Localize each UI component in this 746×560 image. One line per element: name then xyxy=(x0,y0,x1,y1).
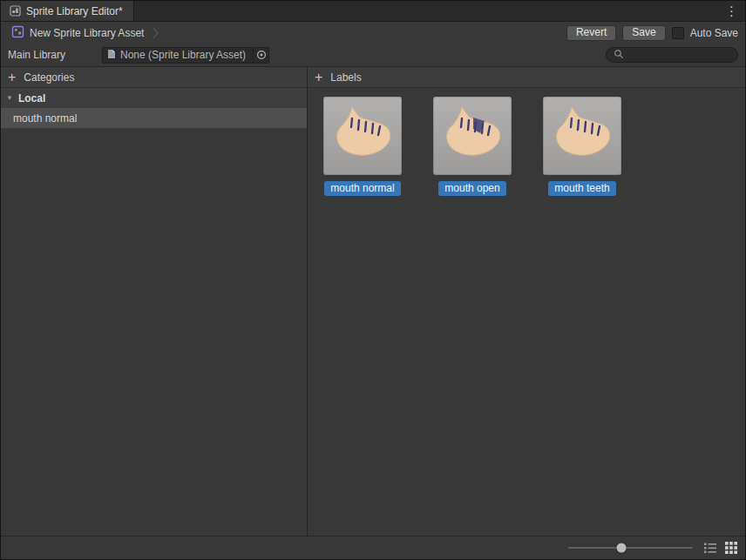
categories-header-label: Categories xyxy=(24,71,74,84)
tab-title: Sprite Library Editor* xyxy=(26,5,123,17)
label-card-mouth-normal: mouth normal xyxy=(323,97,402,196)
labels-header-label: Labels xyxy=(330,71,361,84)
sprite-library-editor-window: Sprite Library Editor* ⋮ New Sprite Libr… xyxy=(0,0,746,560)
zoom-slider-handle[interactable] xyxy=(617,543,627,553)
label-badge[interactable]: mouth normal xyxy=(324,181,400,196)
sprite-thumbnail-mouth-teeth[interactable] xyxy=(543,97,621,175)
toolbar: New Sprite Library Asset Revert Save Aut… xyxy=(1,22,745,44)
grid-view-icon[interactable] xyxy=(724,541,738,555)
breadcrumb-label: New Sprite Library Asset xyxy=(30,27,144,39)
search-field[interactable] xyxy=(606,47,738,63)
label-card-mouth-teeth: mouth teeth xyxy=(543,97,621,196)
categories-header-bar: + Categories xyxy=(1,67,307,88)
zoom-slider[interactable] xyxy=(568,536,693,560)
add-label-button[interactable]: + xyxy=(315,71,322,84)
main-library-row: Main Library None (Sprite Library Asset) xyxy=(1,44,745,67)
category-item-label: mouth normal xyxy=(13,112,77,125)
add-category-button[interactable]: + xyxy=(8,71,16,84)
foldout-arrow-icon[interactable]: ▼ xyxy=(6,94,13,102)
toolbar-right: Revert Save Auto Save xyxy=(566,25,738,41)
sprite-thumbnail-mouth-open[interactable] xyxy=(433,97,512,175)
auto-save-label: Auto Save xyxy=(690,27,738,39)
label-badge[interactable]: mouth teeth xyxy=(548,181,615,196)
labels-header-bar: + Labels xyxy=(308,67,745,88)
label-card-mouth-open: mouth open xyxy=(433,97,512,196)
categories-panel: + Categories ▼ Local mouth normal xyxy=(1,67,307,536)
zoom-slider-track[interactable] xyxy=(568,547,693,549)
view-mode-icons xyxy=(703,541,738,555)
search-icon xyxy=(614,49,624,62)
search-input[interactable] xyxy=(627,49,730,61)
save-button[interactable]: Save xyxy=(622,25,665,41)
label-badge[interactable]: mouth open xyxy=(438,181,505,196)
sprite-library-asset-icon xyxy=(11,25,24,41)
sprite-thumbnail-mouth-normal[interactable] xyxy=(323,97,402,175)
category-group-label: Local xyxy=(18,92,45,105)
panels: + Categories ▼ Local mouth normal + Labe… xyxy=(1,67,745,536)
categories-list: ▼ Local mouth normal xyxy=(1,88,307,536)
labels-panel: + Labels mouth normal mouth open xyxy=(307,67,745,536)
main-library-label: Main Library xyxy=(8,49,102,61)
kebab-menu-icon[interactable]: ⋮ xyxy=(718,1,745,21)
breadcrumb-chevron-icon xyxy=(153,27,159,39)
category-item-mouth-normal[interactable]: mouth normal xyxy=(1,108,307,128)
label-cards: mouth normal mouth open mouth teeth xyxy=(308,88,745,196)
breadcrumb[interactable]: New Sprite Library Asset xyxy=(8,24,162,42)
object-field-value: None (Sprite Library Asset) xyxy=(120,49,246,61)
asset-file-icon xyxy=(107,49,116,62)
category-group-local[interactable]: ▼ Local xyxy=(1,88,307,108)
object-picker-icon[interactable] xyxy=(254,47,269,64)
bottom-bar xyxy=(1,536,745,559)
list-view-icon[interactable] xyxy=(703,541,717,555)
main-library-object-field[interactable]: None (Sprite Library Asset) xyxy=(102,47,254,64)
auto-save-checkbox[interactable] xyxy=(672,27,684,39)
tab-bar: Sprite Library Editor* ⋮ xyxy=(1,1,745,22)
revert-button[interactable]: Revert xyxy=(566,25,616,41)
sprite-library-editor-icon xyxy=(10,5,21,17)
tab-sprite-library-editor[interactable]: Sprite Library Editor* xyxy=(1,1,134,21)
